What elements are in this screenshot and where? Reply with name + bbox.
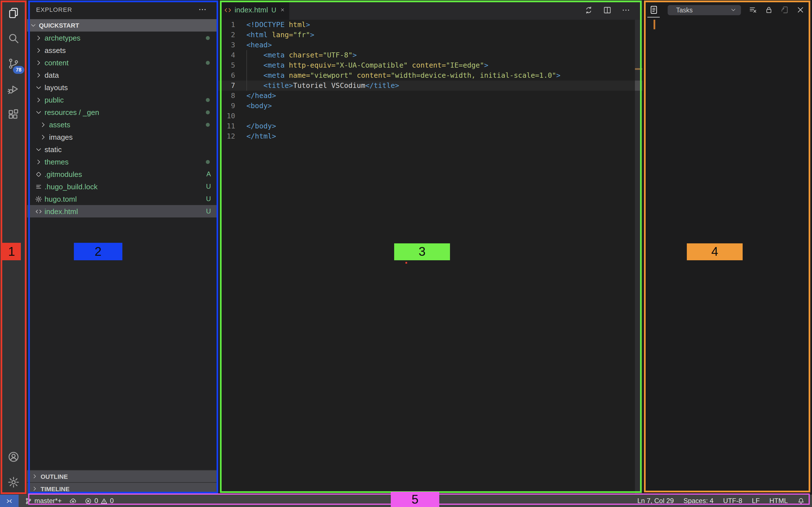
chevron-right-icon (35, 96, 42, 103)
files-icon (7, 6, 20, 19)
activity-account[interactable] (0, 444, 27, 469)
tree-item-themes[interactable]: themes (27, 156, 218, 168)
tree-item--gitmodules[interactable]: .gitmodulesA (27, 168, 218, 180)
tree-item-archetypes[interactable]: archetypes (27, 32, 218, 44)
tree-item-label: assets (45, 46, 66, 54)
tree-item-label: hugo.toml (45, 194, 77, 203)
chevron-right-icon (35, 34, 42, 41)
split-editor-icon[interactable] (603, 5, 612, 14)
output-channel-select[interactable]: Tasks (668, 5, 741, 15)
editor-scrollbar[interactable] (635, 20, 642, 495)
code-line: 7 <title>Tutoriel VSCodium</title> (218, 80, 643, 91)
code-text: <!DOCTYPE html> (246, 20, 310, 30)
tab-bar: index.html U (218, 0, 643, 20)
problems-indicator[interactable]: 0 0 (85, 497, 114, 505)
gear-icon (35, 195, 42, 203)
tree-item-images[interactable]: images (27, 131, 218, 143)
tab-index-html[interactable]: index.html U (218, 0, 289, 20)
tree-item-static[interactable]: static (27, 143, 218, 156)
tree-item-hugo-toml[interactable]: hugo.tomlU (27, 193, 218, 205)
tree-item-content[interactable]: content (27, 56, 218, 69)
line-number: 12 (218, 131, 235, 142)
code-editor[interactable]: 1<!DOCTYPE html>2<html lang="fr">3<head>… (218, 20, 643, 495)
tree-item-layouts[interactable]: layouts (27, 81, 218, 94)
scm-badge: 78 (13, 66, 24, 74)
indentation-setting[interactable]: Spaces: 4 (683, 497, 714, 505)
output-icon (649, 5, 658, 15)
code-line: 12</html> (218, 131, 643, 142)
chevron-right-icon (35, 59, 42, 66)
code-text: <title>Tutoriel VSCodium</title> (246, 80, 399, 91)
chevron-down-icon (30, 22, 37, 29)
outline-section[interactable]: OUTLINE (27, 470, 218, 482)
branch-icon (25, 497, 32, 504)
remote-indicator[interactable] (0, 495, 18, 507)
chevron-right-icon (35, 158, 42, 165)
timeline-section[interactable]: TIMELINE (27, 482, 218, 495)
cloud-upload-icon (70, 497, 77, 504)
clear-output-icon[interactable] (749, 6, 757, 14)
close-icon[interactable] (280, 6, 285, 13)
extensions-icon (7, 108, 20, 120)
line-number: 3 (218, 40, 235, 50)
chevron-down-icon (35, 83, 42, 91)
activity-search[interactable] (0, 25, 27, 51)
code-text: </html> (246, 131, 276, 142)
git-status-dot (206, 110, 210, 114)
panel-tab-output[interactable] (645, 0, 663, 20)
activity-extensions[interactable] (0, 101, 27, 127)
tree-item-data[interactable]: data (27, 69, 218, 81)
tree-item-resources-gen[interactable]: resources / _gen (27, 106, 218, 118)
line-number: 2 (218, 30, 235, 40)
activity-source-control[interactable]: 78 (0, 51, 27, 76)
code-text: <meta name="viewport" content="width=dev… (246, 70, 560, 80)
activity-run-debug[interactable] (0, 76, 27, 101)
cursor-position[interactable]: Ln 7, Col 29 (637, 497, 673, 505)
code-line: 6 <meta name="viewport" content="width=d… (218, 70, 643, 80)
encoding-setting[interactable]: UTF-8 (723, 497, 742, 505)
tab-label: index.html (235, 6, 268, 14)
git-status-dot (206, 36, 210, 40)
sync-changes[interactable] (70, 497, 77, 504)
lock-scroll-icon[interactable] (765, 6, 773, 14)
lines-icon (35, 183, 42, 190)
code-line: 10 (218, 111, 643, 121)
git-branch-status[interactable]: master*+ (25, 497, 62, 505)
open-changes-icon[interactable] (584, 5, 593, 14)
tree-item-label: .gitmodules (45, 170, 82, 178)
workspace-section-header[interactable]: QUICKSTART (27, 19, 218, 32)
eol-setting[interactable]: LF (752, 497, 760, 505)
git-status-badge: U (206, 207, 211, 215)
tree-item-public[interactable]: public (27, 94, 218, 106)
chevron-right-icon (32, 473, 38, 480)
close-panel-icon[interactable] (796, 6, 805, 14)
tree-item-label: public (45, 96, 64, 104)
line-number: 10 (218, 111, 235, 121)
language-mode[interactable]: HTML (769, 497, 788, 505)
tab-modified-badge: U (271, 6, 276, 14)
chevron-down-icon (35, 108, 42, 116)
open-in-editor-icon[interactable] (780, 6, 789, 14)
line-number: 11 (218, 121, 235, 131)
errors-icon (85, 497, 92, 504)
explorer-more-actions[interactable] (198, 5, 207, 14)
tree-item-assets[interactable]: assets (27, 44, 218, 56)
tree-item-index-html[interactable]: index.htmlU (27, 205, 218, 217)
line-number: 7 (218, 80, 235, 91)
line-number: 8 (218, 91, 235, 101)
git-status-badge: U (206, 195, 211, 203)
activity-explorer[interactable] (0, 0, 27, 25)
code-icon (35, 208, 42, 215)
tree-item-assets[interactable]: assets (27, 118, 218, 131)
chevron-right-icon (35, 71, 42, 78)
tree-item-label: index.html (45, 207, 78, 216)
code-line: 8</head> (218, 91, 643, 101)
overview-currentline-marker (635, 80, 642, 91)
editor-more-actions-icon[interactable] (621, 5, 630, 14)
line-number: 9 (218, 101, 235, 111)
activity-settings[interactable] (0, 469, 27, 495)
notifications-bell-icon[interactable] (797, 497, 805, 504)
tree-item--hugo-build-lock[interactable]: .hugo_build.lockU (27, 180, 218, 193)
tree-item-label: images (49, 133, 73, 141)
vscodium-window: 78 EXPLORER QUICKSTART archetypesassetsc… (0, 0, 812, 507)
